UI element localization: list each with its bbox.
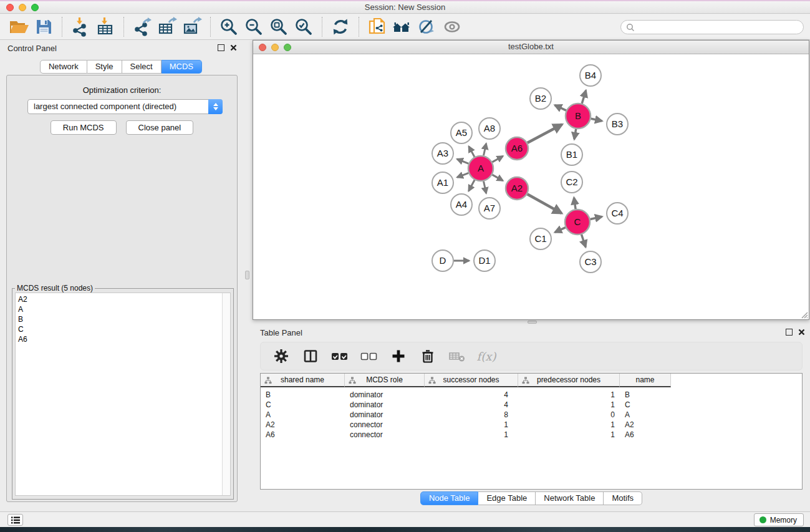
import-network-button[interactable] (68, 16, 93, 38)
cell-predecessor-nodes[interactable]: 0 (518, 410, 620, 420)
edge-C-C1[interactable] (555, 228, 566, 233)
table-row[interactable]: Bdominator41B (261, 390, 802, 400)
cell-MCDS-role[interactable]: dominator (345, 390, 425, 400)
zoom-selected-button[interactable] (291, 16, 316, 38)
cell-name[interactable]: A2 (620, 420, 671, 430)
edge-A-A8[interactable] (484, 143, 486, 155)
edge-A6-B[interactable] (528, 125, 562, 143)
edge-B-B4[interactable] (582, 90, 586, 104)
network-canvas[interactable]: B4B2BB3A8A5A6A3B1AC2A1A2A4A7C4CC1C3DD1 (253, 55, 809, 319)
edge-C-C4[interactable] (591, 216, 602, 219)
zoom-fit-button[interactable] (266, 16, 291, 38)
clone-network-button[interactable] (365, 16, 390, 38)
result-item[interactable]: C (16, 324, 230, 334)
cell-successor-nodes[interactable]: 1 (425, 430, 518, 440)
export-table-button[interactable] (155, 16, 180, 38)
cell-predecessor-nodes[interactable]: 1 (518, 390, 620, 400)
cell-shared-name[interactable]: C (261, 400, 345, 410)
edge-A-A1[interactable] (457, 173, 468, 177)
refresh-button[interactable] (328, 16, 353, 38)
tab-network[interactable]: Network (40, 60, 87, 74)
table-settings-button[interactable] (271, 346, 291, 366)
cell-shared-name[interactable]: A (261, 410, 345, 420)
show-hide-eye-button[interactable] (440, 16, 465, 38)
column-header-successor-nodes[interactable]: successor nodes (425, 374, 518, 387)
close-panel-icon[interactable] (798, 329, 805, 336)
close-panel-button[interactable]: Close panel (126, 120, 194, 135)
column-header-shared-name[interactable]: shared name (261, 374, 345, 387)
search-field[interactable] (620, 20, 804, 34)
cell-MCDS-role[interactable]: connector (345, 430, 425, 440)
table-row[interactable]: A2connector11A2 (261, 420, 802, 430)
cell-predecessor-nodes[interactable]: 1 (518, 420, 620, 430)
result-item[interactable]: A6 (16, 334, 230, 344)
result-item[interactable]: A (16, 304, 230, 314)
cell-MCDS-role[interactable]: dominator (345, 400, 425, 410)
zoom-in-button[interactable] (216, 16, 241, 38)
cell-shared-name[interactable]: A6 (261, 430, 345, 440)
cell-shared-name[interactable]: B (261, 390, 345, 400)
tab-edge-table[interactable]: Edge Table (478, 491, 536, 505)
delete-column-button[interactable] (418, 346, 438, 366)
column-header-predecessor-nodes[interactable]: predecessor nodes (518, 374, 620, 387)
table-row[interactable]: A6connector11A6 (261, 430, 802, 440)
first-neighbors-button[interactable] (390, 16, 415, 38)
import-table-button[interactable] (93, 16, 118, 38)
cell-successor-nodes[interactable]: 4 (425, 400, 518, 410)
tab-select[interactable]: Select (122, 60, 162, 74)
cell-MCDS-role[interactable]: connector (345, 420, 425, 430)
select-all-button[interactable] (330, 346, 350, 366)
edge-B-B2[interactable] (555, 105, 566, 111)
cell-successor-nodes[interactable]: 4 (425, 390, 518, 400)
show-column-button[interactable] (301, 346, 321, 366)
splitter-handle[interactable] (528, 321, 537, 324)
column-header-name[interactable]: name (620, 374, 671, 387)
search-input[interactable] (638, 23, 803, 32)
create-column-button[interactable] (388, 346, 408, 366)
edge-A2-C[interactable] (528, 194, 562, 213)
export-network-button[interactable] (130, 16, 155, 38)
tab-mcds[interactable]: MCDS (162, 60, 202, 74)
edge-A-A7[interactable] (484, 181, 486, 193)
edge-B-B3[interactable] (591, 118, 602, 121)
criterion-dropdown[interactable]: largest connected component (directed) (27, 99, 223, 114)
cell-name[interactable]: A (620, 410, 671, 420)
result-item[interactable]: B (16, 314, 230, 324)
zoom-out-button[interactable] (241, 16, 266, 38)
function-builder-button[interactable]: f(x) (476, 346, 496, 366)
cell-name[interactable]: A6 (620, 430, 671, 440)
table-row[interactable]: Adominator80A (261, 410, 802, 420)
export-image-button[interactable] (180, 16, 205, 38)
horizontal-splitter[interactable] (253, 320, 810, 324)
edge-A-A3[interactable] (457, 159, 469, 163)
table-row[interactable]: Cdominator41C (261, 400, 802, 410)
cell-MCDS-role[interactable]: dominator (345, 410, 425, 420)
task-history-button[interactable] (7, 514, 23, 526)
cell-predecessor-nodes[interactable]: 1 (518, 400, 620, 410)
float-panel-icon[interactable] (786, 329, 793, 336)
memory-button[interactable]: Memory (754, 513, 804, 526)
cell-name[interactable]: B (620, 390, 671, 400)
vertical-splitter[interactable] (242, 40, 253, 511)
resize-grip[interactable] (800, 311, 808, 319)
deselect-all-button[interactable] (359, 346, 379, 366)
edge-A-A2[interactable] (492, 175, 503, 181)
cell-predecessor-nodes[interactable]: 1 (518, 430, 620, 440)
close-panel-icon[interactable] (230, 44, 237, 51)
toggle-graphics-details-button[interactable] (415, 16, 440, 38)
listbox-scrollbar[interactable] (222, 293, 230, 495)
cell-name[interactable]: C (620, 400, 671, 410)
splitter-handle[interactable] (245, 271, 249, 279)
tab-motifs[interactable]: Motifs (604, 491, 642, 505)
edge-A-A4[interactable] (469, 180, 475, 191)
network-window-titlebar[interactable]: testGlobe.txt (253, 41, 809, 54)
tab-node-table[interactable]: Node Table (420, 491, 479, 505)
edge-B-B1[interactable] (574, 129, 576, 140)
edge-A-A5[interactable] (469, 147, 475, 157)
save-session-button[interactable] (31, 16, 56, 38)
run-mcds-button[interactable]: Run MCDS (51, 120, 117, 135)
edge-C-C2[interactable] (574, 198, 576, 209)
cell-successor-nodes[interactable]: 8 (425, 410, 518, 420)
edge-C-C3[interactable] (582, 235, 586, 247)
tab-style[interactable]: Style (87, 60, 122, 74)
